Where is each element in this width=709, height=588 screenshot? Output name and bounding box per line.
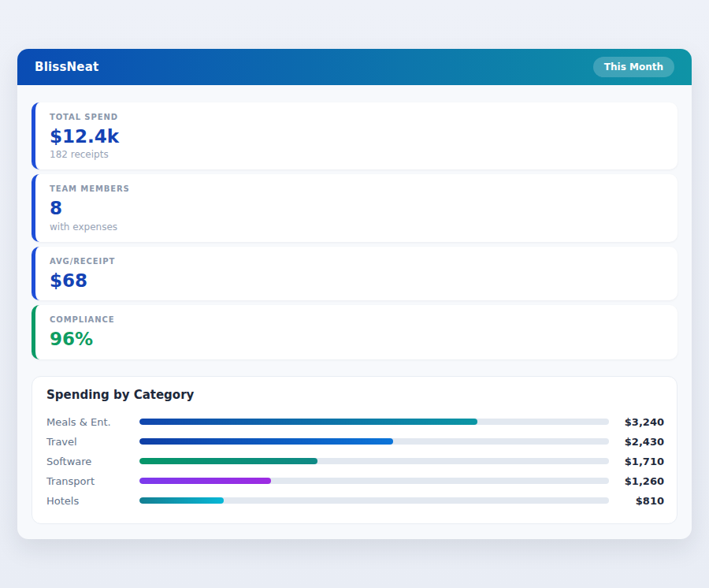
- period-badge[interactable]: This Month: [593, 57, 674, 77]
- category-label: Meals & Ent.: [46, 416, 139, 428]
- chart-row-travel: Travel $2,430: [46, 432, 664, 452]
- app-title: BlissNeat: [35, 60, 98, 74]
- chart-title: Spending by Category: [46, 388, 664, 402]
- stat-sublabel: 182 receipts: [50, 149, 663, 160]
- panel-body: TOTAL SPEND $12.4k 182 receipts TEAM MEM…: [17, 85, 692, 524]
- category-label: Software: [46, 456, 139, 467]
- stat-label: COMPLIANCE: [50, 315, 663, 324]
- stat-value: 8: [50, 198, 663, 218]
- stat-sublabel: with expenses: [50, 221, 663, 233]
- chart-row-software: Software $1,710: [46, 452, 664, 471]
- stat-card-total-spend: TOTAL SPEND $12.4k 182 receipts: [32, 102, 677, 169]
- bar-fill-meals: [139, 419, 477, 425]
- spending-by-category-card: Spending by Category Meals & Ent. $3,240…: [32, 376, 677, 524]
- bar-fill-travel: [139, 438, 393, 445]
- bar-track: [139, 478, 609, 484]
- chart-row-hotels: Hotels $810: [46, 491, 664, 511]
- stat-card-avg-receipt: AVG/RECEIPT $68: [32, 247, 677, 300]
- stat-value: $68: [50, 270, 663, 291]
- category-value: $810: [618, 495, 664, 507]
- category-value: $1,710: [618, 456, 664, 467]
- category-label: Transport: [46, 475, 139, 487]
- bar-track: [139, 458, 609, 464]
- stat-label: TOTAL SPEND: [50, 113, 663, 121]
- bar-fill-software: [139, 458, 317, 464]
- app-header: BlissNeat This Month: [17, 49, 692, 85]
- bar-fill-transport: [139, 478, 271, 484]
- category-value: $2,430: [618, 436, 664, 448]
- category-label: Hotels: [46, 495, 139, 507]
- stat-card-compliance: COMPLIANCE 96%: [32, 305, 677, 359]
- bar-track: [139, 497, 609, 504]
- bar-fill-hotels: [139, 497, 224, 504]
- stat-value: 96%: [50, 329, 663, 349]
- stat-label: AVG/RECEIPT: [50, 257, 663, 266]
- stat-card-team-members: TEAM MEMBERS 8 with expenses: [32, 174, 677, 241]
- dashboard-panel: BlissNeat This Month TOTAL SPEND $12.4k …: [17, 49, 692, 539]
- bar-track: [139, 419, 609, 425]
- category-label: Travel: [46, 436, 139, 448]
- category-value: $3,240: [618, 416, 664, 428]
- stat-label: TEAM MEMBERS: [50, 184, 663, 193]
- chart-row-transport: Transport $1,260: [46, 471, 664, 491]
- category-value: $1,260: [618, 475, 664, 487]
- bar-track: [139, 438, 609, 445]
- chart-row-meals: Meals & Ent. $3,240: [46, 412, 664, 432]
- stat-value: $12.4k: [50, 126, 663, 147]
